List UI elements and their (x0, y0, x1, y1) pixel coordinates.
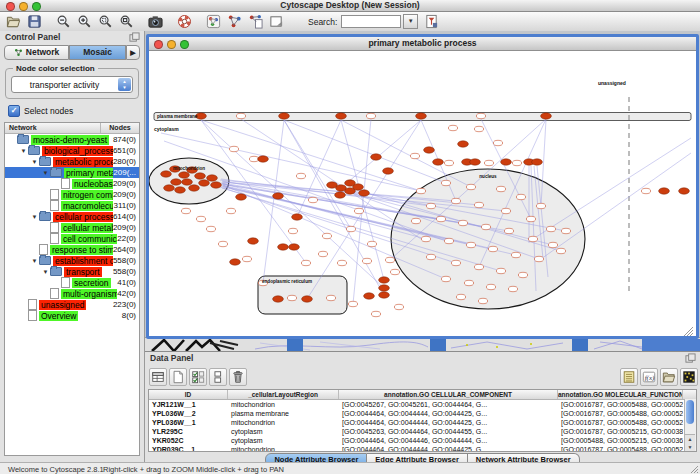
network-node-selected[interactable] (292, 214, 303, 220)
network-node-selected[interactable] (383, 168, 394, 174)
network-node-unselected[interactable] (229, 146, 238, 151)
table-cell[interactable]: [GO:0044464, GO:0044444, GO:0044425, G..… (339, 409, 558, 418)
network-node-unselected[interactable] (556, 248, 565, 253)
network-window-titlebar[interactable]: primary metabolic process (149, 37, 696, 51)
search-input[interactable] (341, 15, 401, 28)
expand-arrow-icon[interactable]: ▼ (30, 258, 39, 264)
network-node-unselected[interactable] (476, 113, 485, 118)
network-node-unselected[interactable] (371, 311, 380, 316)
table-row[interactable]: YDR039C__1mitochondrion[GO:0044464, GO:0… (149, 445, 696, 452)
network-node-unselected[interactable] (367, 241, 376, 246)
unselect-attributes-icon[interactable] (209, 368, 227, 386)
network-node-unselected[interactable] (394, 304, 403, 309)
network-node-unselected[interactable] (481, 224, 490, 229)
network-node-unselected[interactable] (496, 186, 505, 191)
network-node-selected[interactable] (273, 296, 284, 302)
network-node-selected[interactable] (171, 179, 182, 185)
table-scrollbar[interactable]: ▲▼ (684, 399, 696, 451)
node-color-dropdown[interactable]: transporter activity ▲▼ (11, 76, 133, 93)
snapshot-icon[interactable] (148, 14, 163, 29)
annotation-icon[interactable] (269, 14, 284, 29)
attribute-list-icon[interactable] (620, 368, 638, 386)
network-node-unselected[interactable] (436, 216, 445, 221)
network-node-unselected[interactable] (410, 153, 419, 158)
tree-row[interactable]: ▼primary metabo209(... (5, 167, 139, 178)
table-cell[interactable]: [GO:0016787, GO:0005488, GO:0005215, G..… (558, 409, 683, 418)
attribute-table-icon[interactable] (149, 368, 167, 386)
network-node-selected[interactable] (371, 154, 382, 160)
network-node-unselected[interactable] (474, 264, 483, 269)
save-icon[interactable] (27, 14, 42, 29)
network-node-selected[interactable] (179, 172, 190, 178)
network-node-unselected[interactable] (501, 208, 510, 213)
expand-arrow-icon[interactable]: ▼ (30, 159, 39, 165)
delete-attribute-icon[interactable] (229, 368, 247, 386)
network-node-selected[interactable] (659, 188, 670, 194)
network-node-unselected[interactable] (458, 220, 467, 225)
network-node-selected[interactable] (541, 113, 552, 119)
tree-row[interactable]: ▼biological_process651(0) (5, 145, 139, 156)
network-node-selected[interactable] (189, 185, 200, 191)
network-node-selected[interactable] (175, 187, 186, 193)
tree-row[interactable]: ▼establishment of lo558(0) (5, 255, 139, 266)
network-node-selected[interactable] (359, 190, 370, 196)
network-node-selected[interactable] (379, 277, 390, 283)
network-node-unselected[interactable] (451, 198, 460, 203)
table-cell[interactable]: [GO:0016787, GO:0005488, GO:0005215, G..… (558, 418, 683, 427)
network-node-selected[interactable] (379, 285, 390, 291)
network-node-selected[interactable] (679, 188, 690, 194)
tab-edge-attribute-browser[interactable]: Edge Attribute Browser (367, 453, 467, 462)
table-row[interactable]: YPL036W__2plasma membrane[GO:0044464, GO… (149, 409, 696, 418)
network-node-unselected[interactable] (548, 242, 557, 247)
network-node-unselected[interactable] (318, 251, 327, 256)
network-node-unselected[interactable] (322, 233, 331, 238)
network-node-unselected[interactable] (181, 208, 190, 213)
network-node-unselected[interactable] (206, 226, 215, 231)
tree-column-network[interactable]: Network (5, 123, 101, 133)
table-cell[interactable]: cytoplasm (228, 436, 339, 445)
import-table-icon[interactable] (248, 14, 263, 29)
network-node-selected[interactable] (345, 180, 356, 186)
network-node-unselected[interactable] (426, 254, 435, 259)
network-node-unselected[interactable] (486, 284, 495, 289)
tree-row[interactable]: mosaic-demo-yeast874(0) (5, 134, 139, 145)
network-node-unselected[interactable] (218, 241, 227, 246)
network-node-unselected[interactable] (474, 202, 483, 207)
network-node-unselected[interactable] (308, 197, 317, 202)
network-node-selected[interactable] (336, 113, 347, 119)
tree-row[interactable]: Overview8(0) (5, 310, 139, 321)
network-node-selected[interactable] (424, 147, 435, 153)
tab-overflow-button[interactable]: ▶ (126, 45, 140, 60)
network-node-unselected[interactable] (526, 216, 535, 221)
network-node-unselected[interactable] (496, 268, 505, 273)
scrollbar-arrows[interactable]: ▲▼ (685, 434, 695, 451)
table-cell[interactable]: mitochondrion (228, 445, 339, 452)
network-node-unselected[interactable] (441, 276, 450, 281)
network-node-selected[interactable] (278, 244, 289, 250)
table-cell[interactable]: [GO:0016787, GO:0005488, GO:0005215, G..… (558, 445, 683, 452)
zoom-fit-icon[interactable] (119, 14, 134, 29)
network-node-unselected[interactable] (448, 125, 457, 130)
network-node-unselected[interactable] (488, 246, 497, 251)
scrollbar-thumb[interactable] (686, 400, 694, 424)
network-node-unselected[interactable] (196, 216, 205, 221)
column-header[interactable]: annotation.GO MOLECULAR_FUNCTION (558, 390, 683, 399)
formula-builder-icon[interactable]: f(x) (640, 368, 658, 386)
network-node-unselected[interactable] (456, 294, 465, 299)
tree-row[interactable]: ▼metabolic process280(0) (5, 156, 139, 167)
network-node-selected[interactable] (458, 141, 469, 147)
tree-row[interactable]: unassigned223(0) (5, 299, 139, 310)
network-node-unselected[interactable] (249, 156, 258, 161)
network-node-selected[interactable] (379, 292, 390, 298)
filter-icon[interactable] (424, 14, 439, 29)
network-node-unselected[interactable] (561, 228, 570, 233)
tree-row[interactable]: ▼cellular process614(0) (5, 211, 139, 222)
network-node-unselected[interactable] (528, 236, 537, 241)
network-node-unselected[interactable] (288, 228, 297, 233)
network-node-unselected[interactable] (337, 260, 346, 265)
network-node-selected[interactable] (211, 182, 222, 188)
dropdown-stepper-icon[interactable]: ▲▼ (118, 78, 131, 91)
column-header[interactable]: _cellularLayoutRegion (228, 390, 339, 399)
network-node-selected[interactable] (433, 159, 444, 165)
network-node-selected[interactable] (164, 185, 175, 191)
